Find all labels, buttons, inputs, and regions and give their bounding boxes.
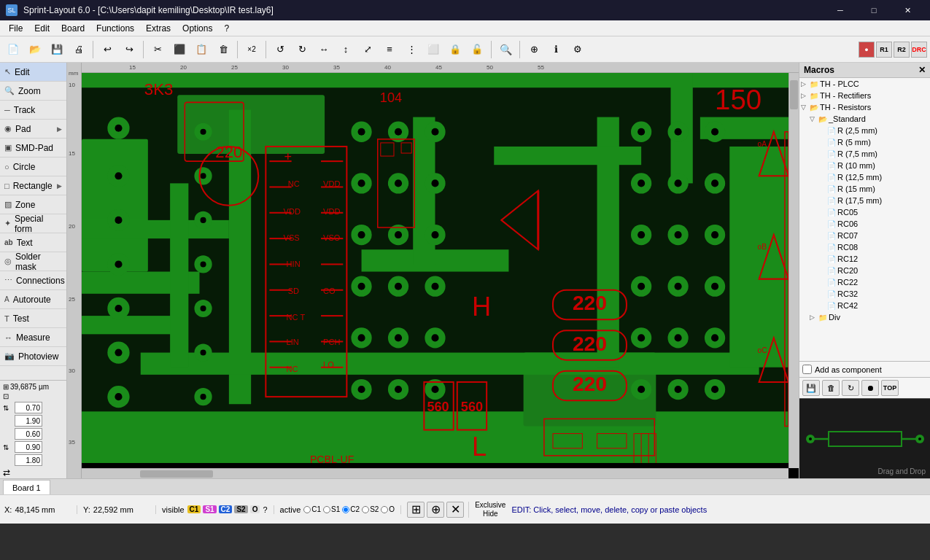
macros-tree-item-3[interactable]: ▽ 📂 _Standard [799,113,930,125]
mirror-button[interactable]: ↔ [314,39,334,60]
statusbar-magnet-icon[interactable]: ✕ [446,502,464,518]
macros-tree-item-15[interactable]: 📄 RC12 [799,253,930,265]
undo-button[interactable]: ↩ [97,39,117,60]
menu-file[interactable]: File [3,20,28,36]
align-button[interactable]: ≡ [379,39,400,60]
macro-top-button[interactable]: TOP [881,380,899,396]
macros-tree-item-14[interactable]: 📄 RC08 [799,241,930,253]
cut-button[interactable]: ✂ [147,39,168,60]
rotate-left-button[interactable]: ↺ [270,39,290,60]
macros-tree-item-5[interactable]: 📄 R (5 mm) [799,136,930,148]
layer-icon-2[interactable]: R1 [876,42,892,58]
statusbar-target-icon[interactable]: ⊕ [427,502,444,518]
group-button[interactable]: ⬜ [423,39,443,60]
sidebar-item-test[interactable]: T Test [0,309,66,328]
layer-s1[interactable]: S1 [203,505,216,513]
macros-tree-item-8[interactable]: 📄 R (12,5 mm) [799,171,930,183]
macros-tree-item-19[interactable]: 📄 RC42 [799,300,930,311]
layer-icon-1[interactable]: ● [859,42,875,58]
sidebar-item-pad[interactable]: ◉ Pad ▶ [0,120,66,139]
add-component-checkbox[interactable] [802,365,812,374]
menu-extras[interactable]: Extras [140,20,177,36]
horizontal-scrollbar[interactable] [82,468,788,478]
layer-icon-3[interactable]: R2 [894,42,910,58]
num-input-1[interactable]: 0.70 [15,402,42,413]
close-button[interactable]: ✕ [891,0,924,20]
info-button[interactable]: ℹ [546,39,566,60]
num-arrow-ud-1[interactable]: ⇅ [3,404,13,412]
sidebar-item-soldermask[interactable]: ◎ Solder mask [0,252,66,271]
macro-record-button[interactable]: ⏺ [861,380,879,396]
paste-button[interactable]: 📋 [191,39,212,60]
macros-tree-item-20[interactable]: ▷ 📁 Div [799,311,930,323]
macros-tree-item-12[interactable]: 📄 RC06 [799,218,930,230]
zoom-button[interactable]: 🔍 [495,39,516,60]
sidebar-item-zone[interactable]: ▨ Zone [0,195,66,214]
menu-help[interactable]: ? [218,20,235,36]
vscroll-thumb[interactable] [790,80,798,109]
save-button[interactable]: 💾 [47,39,67,60]
radio-s2[interactable]: S2 [362,505,379,513]
macros-tree-item-11[interactable]: 📄 RC05 [799,206,930,218]
macros-tree-item-18[interactable]: 📄 RC32 [799,288,930,300]
move-button[interactable]: ⤢ [357,39,378,60]
board-tab-1[interactable]: Board 1 [3,480,50,494]
sidebar-item-rectangle[interactable]: □ Rectangle ▶ [0,176,66,195]
unlock-button[interactable]: 🔓 [467,39,487,60]
macros-tree-item-9[interactable]: 📄 R (15 mm) [799,183,930,195]
pcb-canvas-area[interactable]: 15 20 25 30 35 40 45 50 55 mm 10 15 20 2… [67,63,799,478]
macro-save-button[interactable]: 💾 [802,380,820,396]
num-input-2[interactable]: 1.90 [15,415,42,427]
macro-refresh-button[interactable]: ↻ [842,380,859,396]
copy-button[interactable]: ⬛ [169,39,190,60]
menu-options[interactable]: Options [177,20,218,36]
sidebar-item-special[interactable]: ✦ Special form [0,214,66,233]
layer-o[interactable]: O [250,505,260,513]
macros-close-icon[interactable]: ✕ [918,65,926,75]
maximize-button[interactable]: □ [857,0,891,20]
delete-button[interactable]: 🗑 [213,39,233,60]
radio-c2[interactable]: C2 [342,505,360,513]
radio-o[interactable]: O [381,505,395,513]
minimize-button[interactable]: ─ [824,0,857,20]
layer-s2[interactable]: S2 [234,505,247,513]
macros-tree-item-10[interactable]: 📄 R (17,5 mm) [799,195,930,206]
num-input-5[interactable]: 1.80 [15,454,42,466]
flip-button[interactable]: ↕ [336,39,356,60]
menu-edit[interactable]: Edit [28,20,55,36]
macros-tree-item-17[interactable]: 📄 RC22 [799,276,930,288]
macros-tree-item-7[interactable]: 📄 R (10 mm) [799,160,930,171]
sidebar-item-edit[interactable]: ↖ Edit [0,63,66,82]
settings-button[interactable]: ⚙ [567,39,588,60]
lock-button[interactable]: 🔒 [445,39,465,60]
radio-c1[interactable]: C1 [303,505,321,513]
center-button[interactable]: ⊕ [524,39,544,60]
vertical-scrollbar[interactable] [788,73,799,468]
sidebar-item-track[interactable]: ─ Track [0,101,66,120]
dist-button[interactable]: ⋮ [401,39,422,60]
macros-tree-item-13[interactable]: 📄 RC07 [799,230,930,241]
question-mark[interactable]: ? [263,505,267,514]
menu-functions[interactable]: Functions [90,20,140,36]
num-arrow-ud-4[interactable]: ⇅ [3,443,13,451]
macros-tree-item-2[interactable]: ▽ 📂 TH - Resistors [799,101,930,113]
macro-delete-button[interactable]: 🗑 [822,380,840,396]
sidebar-item-autoroute[interactable]: A Autoroute [0,290,66,309]
menu-board[interactable]: Board [55,20,90,36]
new-button[interactable]: 📄 [3,39,23,60]
macros-tree-item-6[interactable]: 📄 R (7,5 mm) [799,148,930,160]
sidebar-item-smdpad[interactable]: ▣ SMD-Pad [0,139,66,158]
radio-s1[interactable]: S1 [323,505,340,513]
rotate-right-button[interactable]: ↻ [292,39,312,60]
sidebar-item-text[interactable]: ab Text [0,233,66,252]
macros-tree-item-16[interactable]: 📄 RC20 [799,265,930,276]
num-input-4[interactable]: 0.90 [15,441,42,453]
redo-button[interactable]: ↪ [119,39,139,60]
macros-tree-item-4[interactable]: 📄 R (2,5 mm) [799,125,930,136]
macros-tree-item-1[interactable]: ▷ 📁 TH - Rectifiers [799,90,930,101]
pcb-svg[interactable]: 220 220 220 560 560 220 3K3 150 104 NC V… [82,73,788,463]
statusbar-grid-icon[interactable]: ⊞ [407,502,425,518]
sidebar-item-zoom[interactable]: 🔍 Zoom [0,82,66,101]
sidebar-item-circle[interactable]: ○ Circle [0,158,66,176]
open-button[interactable]: 📂 [25,39,45,60]
